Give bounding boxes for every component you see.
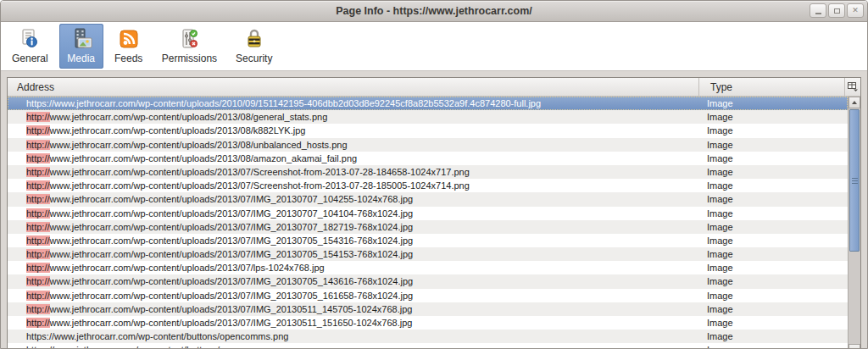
table-row[interactable]: http://www.jethrocarr.com/wp-content/upl… (8, 138, 848, 152)
address-cell: http://www.jethrocarr.com/wp-content/upl… (8, 110, 698, 124)
maximize-button[interactable] (828, 3, 845, 18)
table-row[interactable]: http://www.jethrocarr.com/wp-content/upl… (8, 152, 848, 165)
window-controls: ✕ (810, 3, 864, 18)
column-picker-button[interactable] (844, 78, 860, 96)
insecure-scheme-highlight: http:// (26, 318, 50, 328)
tab-security-label: Security (236, 53, 272, 64)
insecure-scheme-highlight: http:// (26, 304, 50, 314)
maximize-icon (834, 8, 840, 14)
type-cell: Image (698, 343, 848, 349)
address-cell: http://www.jethrocarr.com/wp-content/upl… (8, 220, 698, 234)
tab-permissions[interactable]: Permissions (154, 24, 225, 69)
type-cell: Image (698, 330, 848, 343)
minimize-icon (815, 13, 821, 14)
list-header: Address Type (8, 78, 860, 97)
insecure-scheme-highlight: http:// (26, 222, 50, 232)
media-icon (70, 28, 92, 50)
address-cell: http://www.jethrocarr.com/wp-content/upl… (8, 274, 698, 288)
arrow-up-icon (852, 101, 857, 104)
insecure-scheme-highlight: http:// (26, 140, 50, 150)
tab-feeds-label: Feeds (114, 53, 142, 64)
table-row[interactable]: http://www.jethrocarr.com/wp-content/upl… (8, 289, 848, 302)
insecure-scheme-highlight: http:// (26, 235, 50, 246)
insecure-scheme-highlight: http:// (26, 194, 50, 204)
address-cell: http://www.jethrocarr.com/wp-content/upl… (8, 124, 698, 137)
table-row[interactable]: http://www.jethrocarr.com/wp-content/upl… (8, 247, 848, 261)
toolbar: General Media (1, 22, 867, 71)
address-cell: https://www.jethrocarr.com/wp-content/up… (8, 97, 698, 110)
tab-media-label: Media (67, 53, 95, 64)
close-button[interactable]: ✕ (847, 3, 864, 18)
table-row[interactable]: http://www.jethrocarr.com/wp-content/upl… (8, 124, 848, 137)
minimize-button[interactable] (810, 3, 826, 18)
type-cell: Image (698, 261, 848, 274)
table-row[interactable]: https://www.jethrocarr.com/wp-content/up… (8, 97, 848, 110)
type-cell: Image (698, 247, 848, 261)
address-cell: http://www.jethrocarr.com/wp-content/upl… (8, 207, 698, 220)
type-cell: Image (698, 165, 848, 179)
tab-general[interactable]: General (4, 24, 56, 69)
info-document-icon (19, 28, 41, 50)
permissions-icon (178, 28, 200, 50)
tab-general-label: General (12, 53, 48, 64)
address-cell: http://www.jethrocarr.com/wp-content/upl… (8, 289, 698, 302)
type-cell: Image (698, 97, 848, 110)
thumb-grip (852, 183, 858, 184)
insecure-scheme-highlight: http:// (26, 208, 50, 219)
table-row[interactable]: http://www.jethrocarr.com/wp-content/upl… (8, 274, 848, 288)
tab-media[interactable]: Media (59, 24, 103, 69)
table-row[interactable]: http://www.jethrocarr.com/wp-content/upl… (8, 207, 848, 220)
table-row[interactable]: https://www.jethrocarr.com/wp-content/bu… (8, 343, 848, 349)
table-row[interactable]: https://www.jethrocarr.com/wp-content/bu… (8, 330, 848, 343)
table-row[interactable]: http://www.jethrocarr.com/wp-content/upl… (8, 220, 848, 234)
type-cell: Image (698, 192, 848, 206)
type-cell: Image (698, 274, 848, 288)
type-cell: Image (698, 316, 848, 330)
insecure-scheme-highlight: http:// (26, 263, 50, 273)
table-row[interactable]: http://www.jethrocarr.com/wp-content/upl… (8, 192, 848, 206)
column-header-type[interactable]: Type (698, 78, 844, 96)
insecure-scheme-highlight: http:// (26, 180, 50, 191)
address-cell: https://www.jethrocarr.com/wp-content/bu… (8, 343, 698, 349)
address-cell: http://www.jethrocarr.com/wp-content/upl… (8, 247, 698, 261)
thumb-grip (852, 180, 858, 181)
address-cell: http://www.jethrocarr.com/wp-content/upl… (8, 152, 698, 165)
type-cell: Image (698, 220, 848, 234)
close-icon: ✕ (852, 7, 859, 14)
column-header-address[interactable]: Address (8, 78, 698, 96)
insecure-scheme-highlight: http:// (26, 291, 50, 301)
address-cell: http://www.jethrocarr.com/wp-content/upl… (8, 179, 698, 192)
table-row[interactable]: http://www.jethrocarr.com/wp-content/upl… (8, 261, 848, 274)
lock-icon (243, 28, 265, 50)
window-title: Page Info - https://www.jethrocarr.com/ (336, 5, 532, 17)
table-body: https://www.jethrocarr.com/wp-content/up… (8, 97, 848, 349)
type-cell: Image (698, 110, 848, 124)
table-row[interactable]: http://www.jethrocarr.com/wp-content/upl… (8, 316, 848, 330)
table-row[interactable]: http://www.jethrocarr.com/wp-content/upl… (8, 234, 848, 247)
thumb-grip (852, 178, 858, 179)
media-list: Address Type https://www.jethrocarr.com/… (7, 77, 861, 349)
insecure-scheme-highlight: http:// (26, 249, 50, 259)
tab-feeds[interactable]: Feeds (107, 24, 151, 69)
type-cell: Image (698, 152, 848, 165)
column-picker-icon (848, 82, 858, 91)
insecure-scheme-highlight: http:// (26, 153, 50, 163)
type-cell: Image (698, 289, 848, 302)
table-row[interactable]: http://www.jethrocarr.com/wp-content/upl… (8, 165, 848, 179)
tab-security[interactable]: Security (228, 24, 280, 69)
tab-permissions-label: Permissions (162, 53, 217, 64)
scroll-up-button[interactable] (849, 97, 860, 108)
address-cell: http://www.jethrocarr.com/wp-content/upl… (8, 192, 698, 206)
type-cell: Image (698, 234, 848, 247)
address-cell: http://www.jethrocarr.com/wp-content/upl… (8, 261, 698, 274)
type-cell: Image (698, 207, 848, 220)
scrollbar-thumb[interactable] (849, 109, 860, 252)
address-cell: http://www.jethrocarr.com/wp-content/upl… (8, 165, 698, 179)
type-cell: Image (698, 138, 848, 152)
table-row[interactable]: http://www.jethrocarr.com/wp-content/upl… (8, 110, 848, 124)
table-row[interactable]: http://www.jethrocarr.com/wp-content/upl… (8, 179, 848, 192)
titlebar[interactable]: Page Info - https://www.jethrocarr.com/ … (1, 1, 867, 22)
table-row[interactable]: http://www.jethrocarr.com/wp-content/upl… (8, 302, 848, 316)
vertical-scrollbar[interactable] (848, 97, 860, 349)
scroll-down-button[interactable] (849, 344, 860, 349)
